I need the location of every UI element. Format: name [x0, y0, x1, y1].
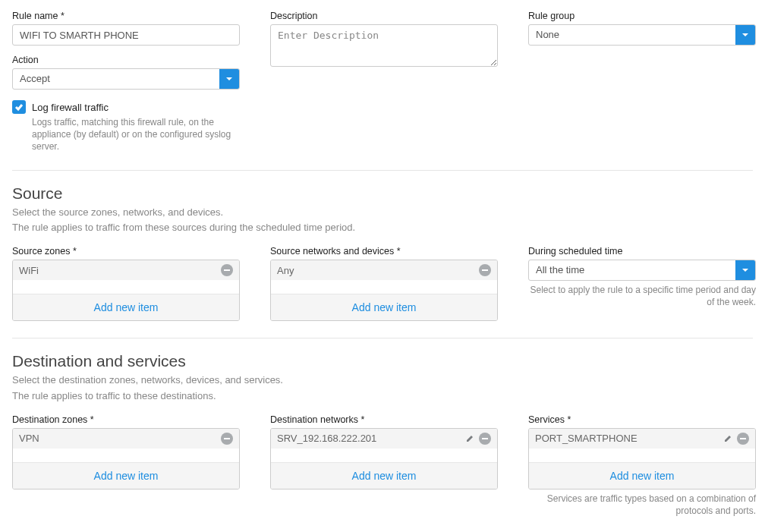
- destination-title: Destination and services: [12, 352, 753, 370]
- source-networks-label: Source networks and devices *: [270, 246, 498, 257]
- source-sub2: The rule applies to traffic from these s…: [12, 221, 753, 235]
- check-icon: [14, 102, 24, 112]
- minus-icon: [223, 266, 231, 274]
- svg-rect-3: [482, 438, 488, 439]
- action-label: Action: [12, 55, 240, 65]
- rule-name-label: Rule name *: [12, 11, 240, 21]
- remove-chip-button[interactable]: [479, 264, 491, 276]
- source-zones-label: Source zones *: [12, 246, 240, 257]
- chip-label: SRV_192.168.222.201: [277, 433, 464, 444]
- action-value: Accept: [13, 69, 219, 89]
- destination-zones-label: Destination zones *: [12, 414, 240, 425]
- minus-icon: [223, 435, 231, 442]
- description-textarea[interactable]: [270, 24, 498, 67]
- source-sub1: Select the source zones, networks, and d…: [12, 206, 753, 220]
- destination-sub2: The rule applies to traffic to these des…: [12, 389, 753, 404]
- pencil-icon: [723, 434, 732, 443]
- remove-chip-button[interactable]: [221, 433, 233, 445]
- add-destination-zone-button[interactable]: Add new item: [13, 462, 239, 489]
- divider: [12, 338, 753, 338]
- rule-name-input[interactable]: [12, 24, 240, 46]
- destination-zones-box[interactable]: VPN Add new item: [12, 428, 240, 490]
- minus-icon: [481, 435, 489, 442]
- destination-zones-chip[interactable]: VPN: [13, 429, 239, 449]
- destination-networks-label: Destination networks *: [270, 414, 498, 425]
- services-label: Services *: [528, 414, 756, 425]
- pencil-icon: [465, 434, 474, 443]
- destination-sub1: Select the destination zones, networks, …: [12, 373, 753, 388]
- scheduled-time-select[interactable]: All the time: [528, 260, 756, 281]
- caret-down-icon: [741, 31, 749, 39]
- rule-group-dropdown-button[interactable]: [735, 25, 755, 45]
- remove-chip-button[interactable]: [221, 264, 233, 276]
- source-zones-chip[interactable]: WiFi: [13, 260, 239, 280]
- source-zones-box[interactable]: WiFi Add new item: [12, 260, 240, 321]
- description-label: Description: [270, 11, 498, 21]
- log-traffic-label: Log firewall traffic: [32, 102, 109, 113]
- add-source-zone-button[interactable]: Add new item: [13, 294, 239, 320]
- minus-icon: [481, 266, 489, 274]
- destination-networks-box[interactable]: SRV_192.168.222.201 Add new item: [270, 428, 498, 490]
- log-traffic-helper: Logs traffic, matching this firewall rul…: [32, 116, 240, 153]
- scheduled-time-label: During scheduled time: [528, 246, 756, 257]
- caret-down-icon: [225, 75, 233, 83]
- source-networks-chip[interactable]: Any: [271, 260, 497, 280]
- svg-rect-0: [224, 269, 230, 271]
- rule-group-label: Rule group: [528, 11, 756, 21]
- chip-label: PORT_SMARTPHONE: [535, 433, 722, 444]
- add-source-network-button[interactable]: Add new item: [271, 294, 497, 320]
- destination-networks-chip[interactable]: SRV_192.168.222.201: [271, 429, 497, 449]
- minus-icon: [739, 435, 747, 442]
- action-select[interactable]: Accept: [12, 68, 240, 90]
- source-networks-box[interactable]: Any Add new item: [270, 260, 498, 321]
- scheduled-time-helper: Select to apply the rule to a specific t…: [528, 284, 756, 308]
- chip-label: WiFi: [19, 265, 221, 276]
- caret-down-icon: [741, 266, 749, 274]
- source-section: Source Select the source zones, networks…: [12, 184, 753, 322]
- chip-label: Any: [277, 265, 479, 276]
- divider: [12, 170, 753, 171]
- services-chip[interactable]: PORT_SMARTPHONE: [529, 429, 755, 449]
- chip-label: VPN: [19, 433, 221, 444]
- destination-section: Destination and services Select the dest…: [12, 352, 753, 517]
- source-title: Source: [12, 184, 753, 203]
- svg-rect-4: [740, 438, 746, 439]
- svg-rect-2: [224, 438, 230, 439]
- rule-group-value: None: [529, 25, 735, 45]
- log-traffic-checkbox[interactable]: [12, 100, 26, 114]
- scheduled-time-value: All the time: [529, 260, 735, 280]
- edit-chip-button[interactable]: [464, 433, 476, 445]
- remove-chip-button[interactable]: [479, 433, 491, 445]
- remove-chip-button[interactable]: [737, 433, 749, 445]
- action-dropdown-button[interactable]: [219, 69, 239, 89]
- add-destination-network-button[interactable]: Add new item: [271, 462, 497, 489]
- add-service-button[interactable]: Add new item: [529, 462, 755, 489]
- rule-group-select[interactable]: None: [528, 24, 756, 46]
- svg-rect-1: [482, 269, 488, 271]
- edit-chip-button[interactable]: [722, 433, 734, 445]
- services-box[interactable]: PORT_SMARTPHONE Add new item: [528, 428, 756, 490]
- services-helper: Services are traffic types based on a co…: [528, 493, 756, 517]
- scheduled-time-dropdown-button[interactable]: [735, 260, 755, 280]
